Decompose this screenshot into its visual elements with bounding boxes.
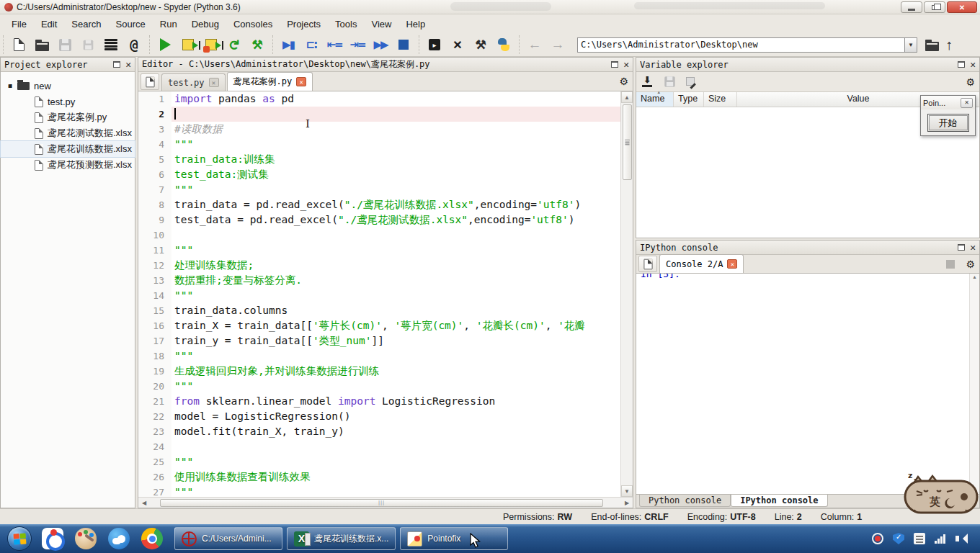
restore-button[interactable] (924, 1, 945, 13)
clipboard-icon[interactable] (914, 533, 925, 544)
close-tab-icon[interactable]: ✕ (727, 259, 737, 269)
scrollbar-thumb[interactable] (160, 499, 603, 507)
menu-item-projects[interactable]: Projects (280, 17, 328, 32)
column-header-name[interactable]: Name (636, 92, 674, 107)
scroll-up-icon[interactable]: ▲ (621, 91, 633, 103)
scroll-right-icon[interactable]: ▶ (621, 498, 633, 508)
editor-tab-test.py[interactable]: test.py✕ (161, 73, 226, 91)
variable-options-gear-icon[interactable]: ⚙ (966, 77, 975, 87)
taskbar-button-pointofix[interactable]: Pointofix (400, 527, 508, 550)
scroll-left-icon[interactable]: ◀ (138, 498, 150, 508)
bottom-tab-ipython-console[interactable]: IPython console (731, 495, 827, 507)
menu-item-edit[interactable]: Edit (34, 17, 64, 32)
close-button[interactable]: ✕ (947, 1, 977, 13)
console-tab[interactable]: Console 2/A ✕ (659, 254, 744, 273)
console-output[interactable]: In [5]: ▲▼ (636, 274, 979, 494)
signal-icon[interactable] (935, 533, 946, 544)
parent-directory-icon[interactable]: ↑ (940, 36, 958, 53)
project-file[interactable]: 鸢尾花预测数据.xlsx (1, 157, 135, 173)
run-icon[interactable] (156, 36, 174, 53)
close-pane-icon[interactable]: ✕ (970, 244, 976, 251)
debug-icon[interactable]: ▶▮ (280, 36, 297, 53)
shield-icon[interactable] (893, 533, 904, 544)
close-pane-icon[interactable]: ✕ (125, 61, 131, 68)
menu-item-view[interactable]: View (364, 17, 398, 32)
working-directory-input[interactable] (577, 37, 905, 53)
undock-icon[interactable] (958, 61, 965, 68)
record-icon[interactable] (872, 533, 883, 544)
project-file[interactable]: 鸢尾花训练数据.xlsx (1, 141, 135, 157)
step-into-icon[interactable]: ⇤= (326, 36, 343, 53)
at-symbol-icon[interactable]: @ (125, 36, 143, 53)
stop-debug-icon[interactable] (395, 36, 412, 53)
maximize-pane-icon[interactable]: ✕ (449, 36, 466, 53)
menu-item-source[interactable]: Source (109, 17, 153, 32)
start-button[interactable] (7, 526, 32, 551)
undock-icon[interactable] (611, 61, 618, 68)
step-over-icon[interactable]: ⊏: (303, 36, 320, 53)
browse-directory-icon[interactable] (923, 36, 940, 53)
save-icon[interactable] (56, 36, 74, 53)
close-pane-icon[interactable]: ✕ (623, 61, 629, 68)
console-scrollbar[interactable]: ▲▼ (969, 274, 979, 494)
menu-item-run[interactable]: Run (153, 17, 184, 32)
menu-item-file[interactable]: File (4, 17, 34, 32)
save-data-icon[interactable] (664, 76, 674, 86)
volume-icon[interactable] (956, 533, 967, 544)
editor-vertical-scrollbar[interactable]: ▲ ▼ (620, 91, 633, 497)
console-icon[interactable]: ▸ (426, 36, 443, 53)
close-pane-icon[interactable]: ✕ (970, 61, 976, 68)
preferences-icon[interactable]: ⚒ (472, 36, 489, 53)
project-file[interactable]: 鸢尾花案例.py (1, 109, 135, 125)
open-file-icon[interactable] (33, 36, 50, 53)
column-header-size[interactable]: Size (704, 92, 737, 107)
pointofix-start-button[interactable]: 开始 (927, 114, 969, 132)
save-data-as-icon[interactable] (686, 77, 696, 87)
project-file[interactable]: test.py (1, 94, 135, 109)
save-all-icon[interactable] (79, 36, 97, 53)
continue-icon[interactable]: ▶▶ (372, 36, 389, 53)
remote-app-icon[interactable] (42, 528, 63, 549)
run-settings-icon[interactable]: ⚒ (249, 36, 266, 53)
editor-horizontal-scrollbar[interactable]: ◀ ▶ (138, 497, 633, 508)
code-editor[interactable]: 1import pandas as pd23#读取数据4"""5train_da… (138, 91, 620, 497)
menu-item-debug[interactable]: Debug (184, 17, 226, 32)
scrollbar-thumb[interactable] (623, 104, 632, 180)
project-file[interactable]: 鸢尾花测试数据.xlsx (1, 125, 135, 141)
bottom-tab-python-console[interactable]: Python console (639, 495, 731, 507)
back-icon[interactable]: ← (526, 36, 543, 53)
menu-item-consoles[interactable]: Consoles (226, 17, 280, 32)
step-out-icon[interactable]: ⇥= (349, 36, 366, 53)
import-data-icon[interactable] (642, 77, 654, 87)
undock-icon[interactable] (113, 61, 120, 68)
run-cell-icon[interactable] (179, 36, 197, 53)
rerun-cell-icon[interactable]: ↻ (226, 36, 243, 53)
scroll-down-icon[interactable]: ▼ (621, 485, 633, 497)
python-icon[interactable] (495, 36, 512, 53)
console-options-gear-icon[interactable]: ⚙ (966, 259, 975, 269)
close-tab-icon[interactable]: ✕ (209, 78, 219, 87)
file-switcher-icon[interactable] (102, 36, 120, 53)
menu-item-search[interactable]: Search (64, 17, 108, 32)
project-root-folder[interactable]: ◆ new (1, 78, 135, 94)
taskbar-button-spyder[interactable]: C:/Users/Admini... (174, 527, 282, 550)
chrome-icon[interactable] (141, 528, 163, 549)
editor-tab-鸢尾花案例.py[interactable]: 鸢尾花案例.py✕ (227, 72, 313, 91)
editor-options-gear-icon[interactable]: ⚙ (619, 76, 628, 86)
expander-icon[interactable]: ◆ (6, 81, 14, 90)
taskbar-button-excel[interactable]: X鸢尾花训练数据.x... (287, 527, 396, 550)
column-header-type[interactable]: Type (674, 92, 704, 107)
paint-icon[interactable] (75, 528, 97, 549)
forward-icon[interactable]: → (549, 36, 566, 53)
menu-item-tools[interactable]: Tools (328, 17, 364, 32)
interrupt-kernel-icon[interactable] (946, 260, 955, 269)
working-directory-dropdown[interactable]: ▼ (905, 37, 917, 53)
undock-icon[interactable] (958, 244, 965, 251)
new-file-icon[interactable] (10, 36, 27, 53)
close-tab-icon[interactable]: ✕ (296, 77, 306, 86)
menu-item-help[interactable]: Help (398, 17, 432, 32)
browser-icon[interactable] (108, 528, 130, 549)
pointofix-close-icon[interactable]: ✕ (961, 98, 973, 108)
run-cell-advance-icon[interactable] (202, 36, 220, 53)
browse-tabs-icon[interactable] (141, 73, 159, 90)
